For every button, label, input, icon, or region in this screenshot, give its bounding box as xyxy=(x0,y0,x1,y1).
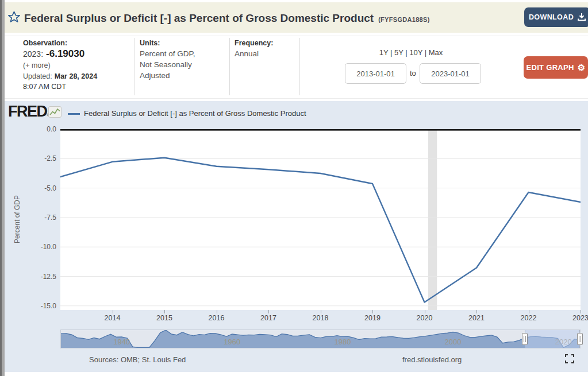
x-tick-mark xyxy=(581,310,581,313)
x-tick-label: 2022 xyxy=(512,314,546,322)
download-button[interactable]: DOWNLOAD xyxy=(524,7,588,27)
title-row: Federal Surplus or Deficit [-] as Percen… xyxy=(24,12,430,25)
series-line xyxy=(60,158,581,303)
edit-graph-label: EDIT GRAPH xyxy=(526,63,574,72)
legend-label: Federal Surplus or Deficit [-] as Percen… xyxy=(84,109,306,118)
y-tick-label: -2.5 xyxy=(5,154,56,162)
fred-chart-icon xyxy=(48,106,62,118)
selected-range-highlight[interactable] xyxy=(525,330,580,348)
recession-band xyxy=(428,129,437,310)
units-label: Units: xyxy=(140,39,160,47)
history-area-chart xyxy=(61,330,580,348)
x-tick-mark xyxy=(476,310,477,313)
updated-date: Mar 28, 2024 xyxy=(55,72,97,80)
divider xyxy=(229,38,230,95)
slider-year-label: 1980 xyxy=(330,338,355,346)
range-end-input[interactable] xyxy=(420,63,481,84)
x-tick-mark xyxy=(164,310,165,313)
x-tick-mark xyxy=(425,310,425,313)
gear-icon: ⚙ xyxy=(578,63,586,72)
slider-year-label: 1960 xyxy=(220,338,245,346)
x-tick-label: 2020 xyxy=(408,314,442,322)
x-tick-mark xyxy=(217,310,217,313)
fullscreen-button[interactable] xyxy=(564,354,575,365)
fred-logo[interactable]: FRED® xyxy=(8,103,49,121)
more-observations-link[interactable]: (+ more) xyxy=(23,61,51,69)
units-line: Not Seasonally xyxy=(140,60,192,69)
y-tick-label: -15.0 xyxy=(5,302,56,310)
observation-label: Observation: xyxy=(23,39,67,47)
favorite-star-icon[interactable] xyxy=(7,10,21,24)
observation-date: 2023: xyxy=(23,49,43,59)
slider-handle-right[interactable] xyxy=(577,333,583,345)
x-tick-label: 2019 xyxy=(355,314,390,322)
fred-graph-widget: Federal Surplus or Deficit [-] as Percen… xyxy=(0,0,588,376)
slider-year-label: 2000 xyxy=(440,338,466,346)
date-range-slider[interactable]: 19401960198020002020 xyxy=(60,330,581,348)
observation-value: 2023:-6.19030 xyxy=(23,48,84,60)
download-button-label: DOWNLOAD xyxy=(529,13,574,21)
x-tick-mark xyxy=(321,310,321,313)
frequency-value: Annual xyxy=(235,49,259,58)
x-tick-label: 2015 xyxy=(147,314,182,322)
window-edge xyxy=(2,0,5,376)
range-to-label: to xyxy=(410,69,416,77)
updated-label: Updated: xyxy=(23,72,52,80)
x-tick-mark xyxy=(268,310,269,313)
frequency-label: Frequency: xyxy=(235,39,273,47)
x-tick-label: 2021 xyxy=(459,314,494,322)
divider xyxy=(299,38,300,95)
updated-time: 8:07 AM CDT xyxy=(23,83,66,91)
info-bar xyxy=(5,36,588,99)
y-tick-label: -5.0 xyxy=(5,184,56,192)
x-tick-mark xyxy=(372,310,373,313)
slider-handle-left[interactable] xyxy=(522,333,528,345)
x-tick-label: 2018 xyxy=(303,314,338,322)
x-tick-label: 2016 xyxy=(199,314,234,322)
x-tick-label: 2017 xyxy=(251,314,286,322)
site-link: fred.stlouisfed.org xyxy=(402,355,462,364)
range-preset-links[interactable]: 1Y | 5Y | 10Y | Max xyxy=(339,48,483,57)
sources-note: Sources: OMB; St. Louis Fed xyxy=(89,355,186,364)
divider xyxy=(134,38,134,95)
download-icon xyxy=(578,13,586,21)
observation-number: -6.19030 xyxy=(46,48,84,59)
y-tick-label: -12.5 xyxy=(5,273,56,281)
edit-graph-button[interactable]: EDIT GRAPH ⚙ xyxy=(524,56,588,79)
y-tick-label: -10.0 xyxy=(5,243,56,251)
series-id: (FYFSGDA188S) xyxy=(378,16,429,23)
units-line: Adjusted xyxy=(140,71,170,80)
x-tick-label: 2014 xyxy=(95,314,130,322)
slider-year-label: 1940 xyxy=(109,338,134,346)
page-title: Federal Surplus or Deficit [-] as Percen… xyxy=(24,12,374,25)
x-tick-mark xyxy=(529,310,529,313)
range-start-input[interactable] xyxy=(345,63,406,84)
updated-line: Updated:Mar 28, 2024 xyxy=(23,72,97,80)
zero-axis-line xyxy=(60,129,581,131)
handle-grip xyxy=(579,336,581,342)
x-tick-mark xyxy=(113,310,113,313)
y-tick-label: -7.5 xyxy=(5,214,56,222)
y-tick-label: 0.0 xyxy=(5,125,56,133)
x-tick-label: 2023 xyxy=(563,314,588,322)
plot-area[interactable] xyxy=(60,129,581,310)
units-line: Percent of GDP, xyxy=(140,49,195,58)
handle-grip xyxy=(524,336,526,342)
fred-logo-text: FRED xyxy=(8,103,47,120)
legend-line-swatch xyxy=(68,113,80,115)
